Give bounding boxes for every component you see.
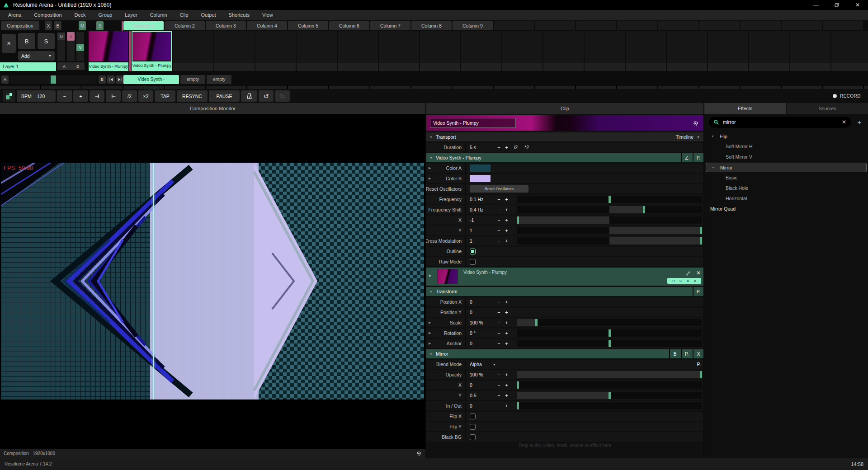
increment-button[interactable]: + bbox=[503, 372, 510, 377]
effect-item-horizontal[interactable]: Horizontal bbox=[704, 193, 868, 204]
record-button[interactable]: RECORD bbox=[833, 94, 865, 99]
param-value-frequency[interactable]: 0.1 Hz bbox=[466, 197, 495, 202]
increment-button[interactable]: + bbox=[503, 330, 510, 336]
effect-group-flip[interactable]: ▼Flip bbox=[706, 132, 867, 141]
slider-handle[interactable] bbox=[609, 392, 611, 399]
collapse-arrow-icon[interactable]: ▼ bbox=[711, 135, 714, 138]
nudge-down-button[interactable] bbox=[90, 90, 104, 102]
layer-add-dropdown[interactable]: Add ▼ bbox=[18, 51, 55, 61]
ab-a-label[interactable]: A bbox=[63, 64, 66, 69]
section-button-item[interactable]: ∠ bbox=[681, 153, 692, 162]
increment-button[interactable]: + bbox=[503, 403, 510, 409]
column-header-column-5[interactable]: Column 5 bbox=[288, 21, 328, 30]
redo-button[interactable]: ↻ bbox=[275, 90, 290, 102]
layer-name-label[interactable]: Layer 1 bbox=[0, 62, 56, 71]
param-value-position-x[interactable]: 0 bbox=[466, 299, 495, 305]
slider-handle[interactable] bbox=[609, 329, 611, 337]
layer-master-button[interactable]: M bbox=[57, 33, 65, 40]
param-value-x[interactable]: -1 bbox=[466, 217, 495, 223]
menu-clip[interactable]: Clip bbox=[174, 10, 195, 20]
slider-handle[interactable] bbox=[535, 319, 538, 326]
column-header-empty[interactable] bbox=[617, 21, 657, 30]
composition-close-button[interactable]: X bbox=[45, 21, 52, 30]
slider-handle[interactable] bbox=[517, 402, 519, 409]
section-button-p[interactable]: P. bbox=[681, 349, 692, 358]
minimize-button[interactable]: — bbox=[806, 0, 826, 10]
column-header-column-9[interactable]: Column 9 bbox=[453, 21, 493, 30]
next-clip-button[interactable] bbox=[116, 75, 123, 84]
decrement-button[interactable]: − bbox=[495, 310, 503, 315]
clip-cell-column1[interactable]: Video Synth - Plumpy bbox=[132, 31, 172, 71]
decrement-button[interactable]: − bbox=[495, 207, 503, 212]
slider-in-out[interactable] bbox=[517, 402, 702, 409]
column-header-empty[interactable] bbox=[535, 21, 575, 30]
menu-composition[interactable]: Composition bbox=[28, 10, 68, 20]
tab-effects[interactable]: Effects bbox=[704, 103, 786, 114]
clip-cell-empty[interactable] bbox=[667, 31, 707, 71]
decrement-button[interactable]: − bbox=[495, 228, 503, 233]
slider-x[interactable] bbox=[517, 381, 702, 389]
ab-b-label[interactable]: B bbox=[76, 64, 79, 69]
expander-arrow-icon[interactable]: ▶ bbox=[429, 166, 431, 170]
slider-handle[interactable] bbox=[609, 340, 611, 347]
menu-column[interactable]: Column bbox=[144, 10, 174, 20]
pause-button[interactable]: PAUSE bbox=[209, 90, 240, 102]
increment-button[interactable]: + bbox=[503, 217, 510, 223]
increment-button[interactable]: + bbox=[503, 228, 510, 233]
section-button-x[interactable]: X bbox=[693, 349, 703, 358]
layer-close-button[interactable]: × bbox=[2, 34, 16, 53]
clip-cell-empty[interactable] bbox=[338, 31, 378, 71]
channel-b[interactable]: B bbox=[687, 279, 689, 283]
timeline-mode-dropdown[interactable]: Timeline▼ bbox=[676, 134, 700, 140]
column-header-empty[interactable] bbox=[741, 21, 781, 30]
clip-cell-empty[interactable] bbox=[379, 31, 419, 71]
collapse-arrow-icon[interactable]: ▼ bbox=[429, 352, 433, 356]
slider-rotation[interactable] bbox=[517, 329, 702, 337]
section-header-transport[interactable]: ▼TransportTimeline▼ bbox=[426, 132, 703, 141]
increment-button[interactable]: + bbox=[503, 382, 510, 388]
decrement-button[interactable]: − bbox=[495, 238, 503, 244]
section-button-p[interactable]: P. bbox=[693, 153, 703, 162]
crossfader-b-button[interactable]: B bbox=[99, 75, 106, 84]
clip-label[interactable]: Video Synth - Plumpy bbox=[132, 61, 171, 70]
undo-button[interactable]: ↺ bbox=[259, 90, 274, 102]
section-header-mirror[interactable]: ▼MirrorBP.X bbox=[426, 349, 703, 358]
slider-handle[interactable] bbox=[700, 237, 702, 244]
slider-anchor[interactable] bbox=[517, 340, 702, 347]
slider-scale[interactable] bbox=[517, 319, 702, 326]
param-value-position-y[interactable]: 0 bbox=[466, 310, 495, 315]
slider-handle[interactable] bbox=[517, 216, 519, 224]
clip-cell-empty[interactable] bbox=[420, 31, 460, 71]
menu-layer[interactable]: Layer bbox=[118, 10, 144, 20]
param-value-y[interactable]: 0.5 bbox=[466, 393, 495, 398]
section-header-transform[interactable]: ▼TransformP. bbox=[426, 287, 703, 296]
expander-arrow-icon[interactable]: ▶ bbox=[429, 321, 431, 324]
decrement-button[interactable]: − bbox=[495, 403, 503, 409]
slider-y[interactable] bbox=[517, 392, 702, 399]
collapse-arrow-icon[interactable]: ▼ bbox=[429, 136, 433, 139]
column-header-empty[interactable] bbox=[699, 21, 740, 30]
clip-cell-empty[interactable] bbox=[173, 31, 213, 71]
checkbox-raw-mode[interactable] bbox=[470, 259, 476, 265]
menu-group[interactable]: Group bbox=[92, 10, 119, 20]
slider-y[interactable] bbox=[517, 227, 702, 234]
param-value-rotation[interactable]: 0 ° bbox=[466, 330, 495, 336]
source-strip[interactable]: ▶Video Synth - Plumpy✕RGBA bbox=[426, 268, 703, 286]
extra-button-2[interactable]: *2 bbox=[521, 145, 532, 150]
clear-search-icon[interactable]: ✕ bbox=[842, 119, 846, 125]
slider-x[interactable] bbox=[517, 216, 702, 224]
column-header-empty[interactable] bbox=[823, 21, 863, 30]
effect-item-black-hole[interactable]: Black Hole bbox=[704, 183, 868, 193]
clip-thumbnail[interactable] bbox=[132, 32, 171, 61]
monitor-settings-gear-icon[interactable] bbox=[416, 451, 422, 456]
increment-button[interactable]: + bbox=[503, 238, 510, 244]
clip-cell-empty[interactable] bbox=[461, 31, 501, 71]
effect-item-basic[interactable]: Basic bbox=[704, 173, 868, 183]
param-value-y[interactable]: 1 bbox=[466, 228, 495, 233]
decrement-button[interactable]: − bbox=[495, 197, 503, 202]
collapse-arrow-icon[interactable]: ▼ bbox=[712, 166, 715, 169]
clip-cell-empty[interactable] bbox=[585, 31, 625, 71]
composition-mode-icon[interactable] bbox=[3, 90, 15, 102]
clip-settings-gear-icon[interactable] bbox=[693, 119, 699, 127]
decrement-button[interactable]: − bbox=[495, 393, 503, 398]
